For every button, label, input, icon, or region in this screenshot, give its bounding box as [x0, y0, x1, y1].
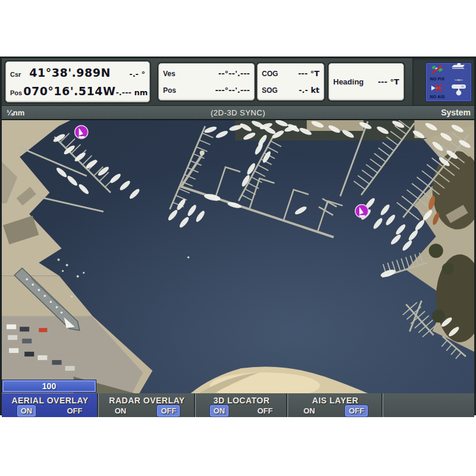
- no-fix-label: NO FIX: [430, 77, 445, 81]
- locator-off-button[interactable]: OFF: [257, 406, 273, 416]
- cog-value: --- °T: [298, 69, 320, 78]
- cursor-latitude: 41°38'.989N: [29, 66, 110, 79]
- sailboat-marker-icon[interactable]: [75, 126, 88, 139]
- no-ais-label: NO AIS: [430, 95, 444, 99]
- cursor-range: -.--- nm: [115, 88, 148, 97]
- radar-on-button[interactable]: ON: [115, 406, 127, 416]
- cursor-longitude: 070°16'.514W: [23, 84, 115, 98]
- sync-mode-label: (2D-3D SYNC): [2, 108, 474, 117]
- heading-box: Heading --- °T: [328, 63, 404, 101]
- nav-data-header: Csr 41°38'.989N -.- ° Pos 070°16'.514W -…: [2, 58, 474, 105]
- cog-label: COG: [262, 70, 278, 78]
- status-indicator-panel: NO FIX: [425, 62, 472, 102]
- ais-off-button[interactable]: OFF: [346, 406, 367, 416]
- map-info-bar: ¼nm (2D-3D SYNC) System: [2, 105, 474, 119]
- map-viewport[interactable]: 100: [2, 119, 474, 393]
- sailboat-marker-icon[interactable]: [355, 205, 368, 218]
- vessel-boat-icon: [451, 61, 466, 71]
- radome-scanner-icon: [451, 88, 466, 98]
- heading-label: Heading: [333, 77, 364, 86]
- ves-value: --°--'.---: [218, 69, 250, 78]
- aerial-photo: [2, 120, 474, 393]
- locator-on-button[interactable]: ON: [211, 406, 228, 416]
- chartplotter-screen: Csr 41°38'.989N -.- ° Pos 070°16'.514W -…: [0, 57, 476, 415]
- softkey-toolbar: AERIAL OVERLAY ON OFF RADAR OVERLAY ON O…: [2, 393, 474, 417]
- softkey-radar-overlay[interactable]: RADAR OVERLAY ON OFF: [99, 393, 196, 417]
- sog-value: -.- kt: [299, 86, 320, 95]
- cursor-bearing: -.- °: [129, 70, 145, 79]
- gps-satellite-icon: [431, 66, 444, 76]
- cursor-position-box: Csr 41°38'.989N -.- ° Pos 070°16'.514W -…: [5, 61, 150, 102]
- csr-label: Csr: [10, 71, 21, 78]
- ves-label: Ves: [163, 70, 176, 78]
- aerial-off-button[interactable]: OFF: [67, 406, 82, 416]
- ves-pos-value: ---°--'.---: [215, 86, 250, 95]
- engine-link-icon: [455, 74, 463, 84]
- softkey-3d-locator[interactable]: 3D LOCATOR ON OFF: [196, 393, 288, 417]
- heading-value: --- °T: [378, 77, 399, 86]
- aerial-opacity-readout: 100: [2, 380, 96, 393]
- aerial-on-button[interactable]: ON: [18, 406, 36, 416]
- ves-pos-label: Pos: [163, 86, 176, 95]
- softkey-empty: [383, 393, 474, 417]
- ais-on-button[interactable]: ON: [303, 406, 315, 416]
- softkey-aerial-overlay[interactable]: AERIAL OVERLAY ON OFF: [2, 393, 99, 417]
- radar-off-button[interactable]: OFF: [158, 406, 179, 416]
- ais-target-icon: [430, 84, 444, 94]
- sog-label: SOG: [262, 86, 278, 95]
- cog-sog-box: COG --- °T SOG -.- kt: [257, 63, 324, 101]
- softkey-ais-layer[interactable]: AIS LAYER ON OFF: [288, 393, 383, 417]
- pos-label: Pos: [10, 89, 22, 96]
- vessel-position-box: Ves --°--'.--- Pos ---°--'.---: [158, 63, 255, 101]
